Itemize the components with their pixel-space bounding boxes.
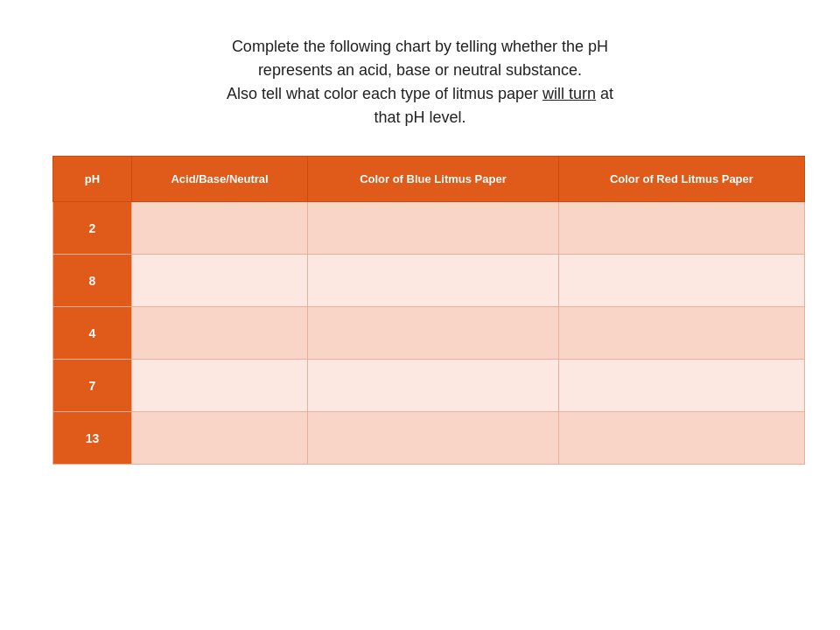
cell-blue-litmus[interactable] [308, 360, 559, 412]
cell-ph: 2 [53, 202, 132, 255]
header-blue-litmus: Color of Blue Litmus Paper [308, 157, 559, 202]
cell-acid-base[interactable] [132, 202, 308, 255]
table-row: 2 [53, 202, 805, 255]
cell-acid-base[interactable] [132, 412, 308, 465]
table-row: 13 [53, 412, 805, 465]
table-wrapper: pH Acid/Base/Neutral Color of Blue Litmu… [52, 156, 805, 465]
cell-ph: 8 [53, 255, 132, 307]
instructions-line4: that pH level. [52, 106, 788, 130]
table-row: 8 [53, 255, 805, 307]
cell-acid-base[interactable] [132, 307, 308, 360]
header-ph: pH [53, 157, 132, 202]
cell-red-litmus[interactable] [558, 202, 804, 255]
cell-acid-base[interactable] [132, 360, 308, 412]
cell-red-litmus[interactable] [558, 360, 804, 412]
instructions-line2: represents an acid, base or neutral subs… [52, 59, 788, 82]
instructions-line3: Also tell what color each type of litmus… [52, 82, 788, 106]
cell-ph: 7 [53, 360, 132, 412]
cell-acid-base[interactable] [132, 255, 308, 307]
instructions-line1: Complete the following chart by telling … [52, 35, 788, 59]
cell-ph: 4 [53, 307, 132, 360]
header-acid-base: Acid/Base/Neutral [132, 157, 308, 202]
table-row: 4 [53, 307, 805, 360]
cell-red-litmus[interactable] [558, 255, 804, 307]
cell-red-litmus[interactable] [558, 307, 804, 360]
instructions-text: Complete the following chart by telling … [52, 35, 788, 130]
cell-blue-litmus[interactable] [308, 412, 559, 465]
cell-red-litmus[interactable] [558, 412, 804, 465]
cell-ph: 13 [53, 412, 132, 465]
cell-blue-litmus[interactable] [308, 307, 559, 360]
table-header-row: pH Acid/Base/Neutral Color of Blue Litmu… [53, 157, 805, 202]
cell-blue-litmus[interactable] [308, 202, 559, 255]
cell-blue-litmus[interactable] [308, 255, 559, 307]
header-red-litmus: Color of Red Litmus Paper [558, 157, 804, 202]
ph-table: pH Acid/Base/Neutral Color of Blue Litmu… [52, 156, 805, 465]
table-row: 7 [53, 360, 805, 412]
